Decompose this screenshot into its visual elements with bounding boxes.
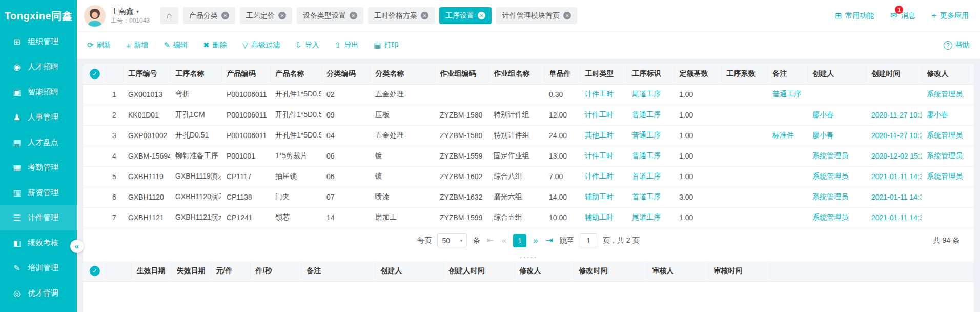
detail-table: ✓生效日期失效日期元/件件/秒备注创建人创建人时间修改人修改时间审核人审核时间 xyxy=(83,261,974,282)
user-name: 王南鑫 xyxy=(111,6,134,16)
sidebar-item-attendance[interactable]: ▦考勤管理 xyxy=(0,155,77,180)
table-cell: 首道工序 xyxy=(627,187,674,207)
sidebar-collapse-button[interactable]: « xyxy=(70,240,84,253)
avatar[interactable] xyxy=(84,5,106,27)
sidebar-item-piecework[interactable]: ☰计件管理 xyxy=(0,205,77,230)
index-header xyxy=(106,261,131,282)
row-select-cell[interactable] xyxy=(83,84,106,105)
row-select-cell[interactable] xyxy=(83,207,106,228)
row-select-cell[interactable] xyxy=(83,166,106,187)
next-page-button[interactable]: » xyxy=(532,236,539,245)
tab-product-category[interactable]: 产品分类✕ xyxy=(183,7,235,24)
export-button[interactable]: ⇧导出 xyxy=(335,41,359,50)
table-row[interactable]: 6GXBH1120GXBH1120演示CP1138门夹07喷漆ZYZBM-163… xyxy=(83,187,974,207)
table-cell: 综合五组 xyxy=(488,207,544,228)
column-header: 生效日期 xyxy=(131,261,171,282)
table-cell: GXBH1119 xyxy=(123,166,170,187)
table-row[interactable]: 2KK01D01开孔1CMP001006011开孔件1*5D0.509压板ZYZ… xyxy=(83,105,974,125)
column-header: 分类编码 xyxy=(321,64,370,84)
sidebar-item-training[interactable]: ✎培训管理 xyxy=(0,256,77,281)
sidebar-item-talent-review[interactable]: ▤人才盘点 xyxy=(0,130,77,155)
user-block[interactable]: 王南鑫 ▾ 工号：001043 xyxy=(111,6,150,25)
org-icon: ⊞ xyxy=(12,37,22,47)
tab-equipment-type-settings[interactable]: 设备类型设置✕ xyxy=(297,7,363,24)
advanced-filter-button[interactable]: ▽高级过滤 xyxy=(242,41,280,50)
table-row[interactable]: 4GXBM-15694铆钉准备工序P0010011*5剪裁片06镀ZYZBM-1… xyxy=(83,146,974,166)
table-cell: ZYZBM-1580 xyxy=(435,105,488,125)
index-header xyxy=(106,64,123,84)
close-icon[interactable]: ✕ xyxy=(478,12,485,20)
common-functions-button[interactable]: ⊞常用功能 xyxy=(835,11,874,21)
select-all-header[interactable]: ✓ xyxy=(83,64,106,84)
sidebar-item-performance[interactable]: ◧绩效考核 xyxy=(0,230,77,256)
sidebar-item-background-check[interactable]: ◎优才背调 xyxy=(0,281,77,306)
prev-page-button[interactable]: « xyxy=(501,236,507,245)
talent-review-icon: ▤ xyxy=(12,138,22,147)
tab-strip: ⌂产品分类✕工艺定价✕设备类型设置✕工时价格方案✕工序设置✕计件管理模块首页✕ xyxy=(160,7,577,24)
delete-icon: ✖ xyxy=(203,41,210,50)
row-index: 6 xyxy=(106,187,123,207)
tab-piecework-module-home[interactable]: 计件管理模块首页✕ xyxy=(496,7,577,24)
first-page-button[interactable]: ⇤ xyxy=(485,236,495,245)
table-cell xyxy=(721,84,767,105)
close-icon[interactable]: ✕ xyxy=(421,12,428,20)
sidebar-menu: ⊞组织管理◉人才招聘▣智能招聘♟人事管理▤人才盘点▦考勤管理▥薪资管理☰计件管理… xyxy=(0,29,77,306)
table-row[interactable]: 5GXBH1119GXBH1119演示CP1117抽屉锁06镀ZYZBM-160… xyxy=(83,166,974,187)
toolbar-button-label: 刷新 xyxy=(97,41,111,50)
panel-splitter[interactable]: ····· xyxy=(83,253,974,261)
more-apps-label: 更多应用 xyxy=(940,11,969,21)
sidebar-item-label: 绩效考核 xyxy=(28,238,58,248)
sidebar-item-personnel[interactable]: ♟人事管理 xyxy=(0,105,77,130)
row-select-cell[interactable] xyxy=(83,105,106,125)
column-header: 作业组名称 xyxy=(488,64,544,84)
sidebar-item-organization[interactable]: ⊞组织管理 xyxy=(0,29,77,54)
more-apps-button[interactable]: +更多应用 xyxy=(932,11,969,21)
import-button[interactable]: ⇩导入 xyxy=(295,41,319,50)
messages-button[interactable]: ✉消息1 xyxy=(890,11,915,21)
process-table: ✓工序编号工序名称产品编码产品名称分类编码分类名称作业组编码作业组名称单品件工时… xyxy=(83,64,974,228)
row-select-cell[interactable] xyxy=(83,187,106,207)
add-button[interactable]: +新增 xyxy=(127,41,149,50)
close-icon[interactable]: ✕ xyxy=(278,12,286,20)
page-size-select[interactable]: 50 ▾ xyxy=(437,233,467,247)
sidebar-item-talent-recruitment[interactable]: ◉人才招聘 xyxy=(0,54,77,80)
table-cell: ZYZBM-1580 xyxy=(435,125,488,146)
select-all-header[interactable]: ✓ xyxy=(83,261,106,282)
jump-page-input[interactable]: 1 xyxy=(580,233,597,247)
table-row[interactable]: 1GX001013弯折P001006011开孔件1*5D0.502五金处理0.3… xyxy=(83,84,974,105)
table-row[interactable]: 3GXP001002开孔D0.51P001006011开孔件1*5D0.504五… xyxy=(83,125,974,146)
close-icon[interactable]: ✕ xyxy=(563,12,571,20)
tab-hour-price-plan[interactable]: 工时价格方案✕ xyxy=(368,7,435,24)
table-row[interactable]: 7GXBH1121GXBH1121演示CP1241锁芯14磨加工ZYZBM-15… xyxy=(83,207,974,228)
tab-process-settings[interactable]: 工序设置✕ xyxy=(439,7,492,24)
table-cell: 计件工时 xyxy=(580,105,627,125)
row-index: 3 xyxy=(106,125,123,146)
sidebar-item-smart-recruitment[interactable]: ▣智能招聘 xyxy=(0,80,77,105)
per-page-label: 每页 xyxy=(417,236,432,245)
table-cell xyxy=(922,187,969,207)
table-cell: 2021-01-11 14:39: xyxy=(866,207,922,228)
row-select-cell[interactable] xyxy=(83,146,106,166)
toolbar: ⟳刷新+新增✎编辑✖删除▽高级过滤⇩导入⇧导出▤打印 ? 帮助 xyxy=(77,32,980,59)
table-cell: 1.00 xyxy=(674,125,721,146)
help-button[interactable]: ? 帮助 xyxy=(944,41,970,50)
table-cell: 系统管理员 xyxy=(807,146,866,166)
row-index: 1 xyxy=(106,84,123,105)
current-page-button[interactable]: 1 xyxy=(513,234,526,247)
delete-button[interactable]: ✖删除 xyxy=(203,41,227,50)
close-icon[interactable]: ✕ xyxy=(221,12,229,20)
close-icon[interactable]: ✕ xyxy=(350,12,357,20)
last-page-button[interactable]: ⇥ xyxy=(545,236,554,245)
table-cell: 计件工时 xyxy=(580,146,627,166)
sidebar-item-salary[interactable]: ▥薪资管理 xyxy=(0,180,77,205)
column-header: 修改时间 xyxy=(574,261,647,282)
row-select-cell[interactable] xyxy=(83,125,106,146)
tab-home[interactable]: ⌂ xyxy=(160,7,178,24)
refresh-button[interactable]: ⟳刷新 xyxy=(87,41,111,50)
tab-process-pricing[interactable]: 工艺定价✕ xyxy=(240,7,292,24)
edit-button[interactable]: ✎编辑 xyxy=(164,41,188,50)
tab-label: 工时价格方案 xyxy=(374,11,417,21)
column-header: 作业组编码 xyxy=(435,64,488,84)
table-cell: 标准件 xyxy=(767,125,807,146)
print-button[interactable]: ▤打印 xyxy=(374,41,398,50)
